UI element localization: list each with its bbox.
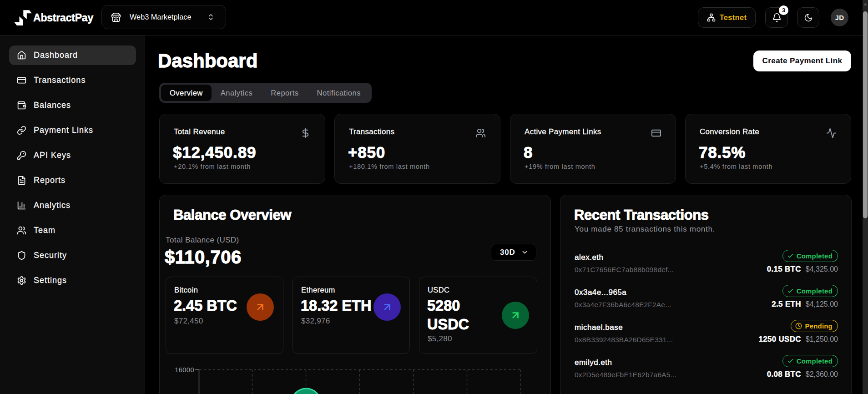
svg-text:16000: 16000 [175, 366, 194, 374]
